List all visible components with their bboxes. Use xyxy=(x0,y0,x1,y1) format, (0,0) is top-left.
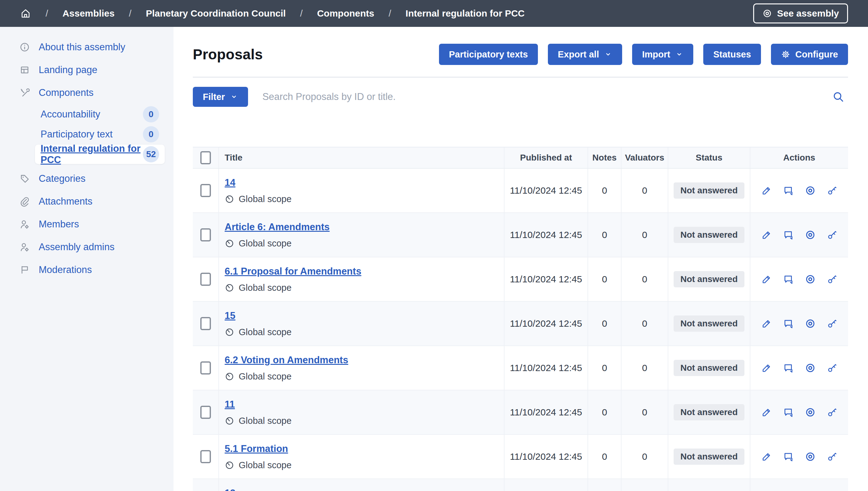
chat-icon xyxy=(783,407,794,418)
edit-action-button[interactable] xyxy=(761,185,772,196)
home-icon[interactable] xyxy=(20,8,31,19)
permissions-action-button[interactable] xyxy=(827,451,838,462)
components-sub-list: Accountability 0 Participatory text 0 In… xyxy=(0,104,174,167)
preview-action-button[interactable] xyxy=(805,407,816,418)
key-icon xyxy=(827,318,838,329)
preview-action-button[interactable] xyxy=(805,318,816,329)
sidebar-item-categories[interactable]: Categories xyxy=(0,167,174,190)
permissions-action-button[interactable] xyxy=(827,229,838,240)
preview-action-button[interactable] xyxy=(805,185,816,196)
sidebar-item-members[interactable]: Members xyxy=(0,213,174,235)
sidebar-item-landing-page[interactable]: Landing page xyxy=(0,58,174,81)
search-input[interactable] xyxy=(262,91,818,103)
paperclip-icon xyxy=(19,196,30,207)
published-at-value: 11/10/2024 12:45 xyxy=(504,302,588,345)
search-icon[interactable] xyxy=(832,90,845,104)
edit-action-button[interactable] xyxy=(761,318,772,329)
table-row: 6.1 Proposal for Amendments Global scope xyxy=(193,257,848,302)
row-checkbox[interactable] xyxy=(200,184,211,197)
proposal-title-link[interactable]: 5.1 Formation xyxy=(225,443,288,455)
import-button[interactable]: Import xyxy=(632,44,693,65)
preview-action-button[interactable] xyxy=(805,273,816,285)
permissions-action-button[interactable] xyxy=(827,273,838,285)
proposal-title-link[interactable]: 6.1 Proposal for Amendments xyxy=(225,266,361,277)
edit-action-button[interactable] xyxy=(761,273,772,285)
chat-icon xyxy=(783,362,794,374)
permissions-action-button[interactable] xyxy=(827,185,838,196)
answer-proposal-button[interactable] xyxy=(783,318,794,329)
preview-action-button[interactable] xyxy=(805,451,816,462)
breadcrumb-assemblies[interactable]: Assemblies xyxy=(62,8,115,19)
valuators-count: 0 xyxy=(621,435,668,479)
row-checkbox[interactable] xyxy=(200,362,211,375)
sidebar-item-about[interactable]: About this assembly xyxy=(0,36,174,58)
sidebar-subitem[interactable]: Accountability 0 xyxy=(35,105,165,124)
permissions-action-button[interactable] xyxy=(827,407,838,418)
configure-button[interactable]: Configure xyxy=(771,44,848,65)
valuators-count: 0 xyxy=(621,213,668,257)
flag-icon xyxy=(19,264,30,275)
notes-count: 0 xyxy=(588,169,621,212)
pencil-icon xyxy=(761,451,772,462)
see-assembly-button[interactable]: See assembly xyxy=(753,3,848,23)
count-badge: 0 xyxy=(143,126,159,142)
column-header-valuators: Valuators xyxy=(621,147,668,168)
row-checkbox[interactable] xyxy=(200,317,211,330)
published-at-value: 11/10/2024 12:45 xyxy=(504,257,588,301)
scope-label: Global scope xyxy=(239,327,291,337)
participatory-texts-label: Participatory texts xyxy=(449,49,528,60)
row-checkbox[interactable] xyxy=(200,228,211,241)
sidebar-subitem[interactable]: Internal regulation for PCC 52 xyxy=(35,145,165,164)
breadcrumb-assembly-name[interactable]: Planetary Coordination Council xyxy=(146,8,285,19)
preview-action-button[interactable] xyxy=(805,229,816,240)
proposal-title-link[interactable]: Article 6: Amendments xyxy=(225,222,330,233)
breadcrumb-bar: / Assemblies / Planetary Coordination Co… xyxy=(0,0,868,27)
sidebar-item-attachments[interactable]: Attachments xyxy=(0,190,174,213)
row-checkbox[interactable] xyxy=(200,450,211,463)
table-row: 11 Global scope 11/10/2024 12:45 xyxy=(193,391,848,435)
answer-proposal-button[interactable] xyxy=(783,362,794,374)
sidebar-item-moderations[interactable]: Moderations xyxy=(0,258,174,281)
pencil-icon xyxy=(761,318,772,329)
scope-icon xyxy=(225,283,234,293)
sidebar-item-components[interactable]: Components xyxy=(0,81,174,104)
proposal-title-link[interactable]: 15 xyxy=(225,310,235,321)
answer-proposal-button[interactable] xyxy=(783,273,794,285)
tools-icon xyxy=(19,87,30,98)
scope-icon xyxy=(225,239,234,248)
participatory-texts-button[interactable]: Participatory texts xyxy=(439,44,538,65)
answer-proposal-button[interactable] xyxy=(783,229,794,240)
breadcrumb-components[interactable]: Components xyxy=(317,8,374,19)
sidebar-item-assembly-admins[interactable]: Assembly admins xyxy=(0,235,174,258)
scope-label: Global scope xyxy=(239,460,291,470)
proposal-title-link[interactable]: 11 xyxy=(225,399,235,410)
preview-action-button[interactable] xyxy=(805,362,816,374)
statuses-button[interactable]: Statuses xyxy=(703,44,761,65)
answer-proposal-button[interactable] xyxy=(783,451,794,462)
edit-action-button[interactable] xyxy=(761,451,772,462)
proposal-title-link[interactable]: 14 xyxy=(225,177,235,189)
preview-target-icon xyxy=(805,318,816,329)
edit-action-button[interactable] xyxy=(761,229,772,240)
filter-button[interactable]: Filter xyxy=(193,87,248,107)
row-checkbox[interactable] xyxy=(200,273,211,286)
row-checkbox[interactable] xyxy=(200,406,211,419)
notes-count: 0 xyxy=(588,479,621,491)
pencil-icon xyxy=(761,273,772,285)
filter-label: Filter xyxy=(203,92,225,102)
sidebar-item-label: Categories xyxy=(39,173,86,184)
edit-action-button[interactable] xyxy=(761,407,772,418)
answer-proposal-button[interactable] xyxy=(783,185,794,196)
edit-action-button[interactable] xyxy=(761,362,772,374)
answer-proposal-button[interactable] xyxy=(783,407,794,418)
sidebar-subitem[interactable]: Participatory text 0 xyxy=(35,125,165,144)
permissions-action-button[interactable] xyxy=(827,318,838,329)
select-all-checkbox[interactable] xyxy=(200,151,211,164)
permissions-action-button[interactable] xyxy=(827,362,838,374)
proposal-title-link[interactable]: 12 xyxy=(225,488,235,491)
header-divider xyxy=(193,77,848,78)
proposal-title-link[interactable]: 6.2 Voting on Amendments xyxy=(225,354,348,366)
scope-label: Global scope xyxy=(239,238,291,249)
export-all-button[interactable]: Export all xyxy=(548,44,622,65)
preview-target-icon xyxy=(805,229,816,240)
